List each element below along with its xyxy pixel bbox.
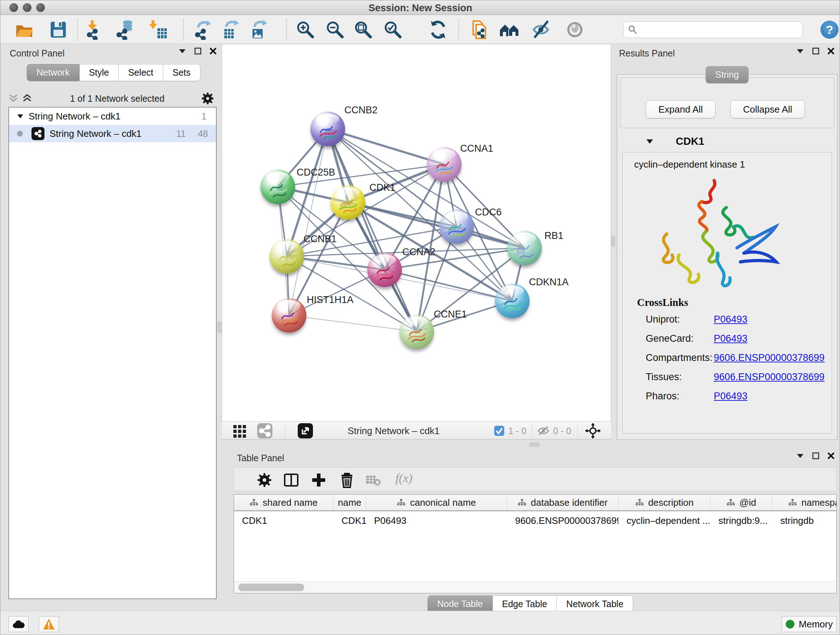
gear-icon[interactable] <box>202 92 214 105</box>
crosslink-link[interactable]: P06493 <box>714 314 747 325</box>
node-label: CCNB1 <box>303 233 337 245</box>
column-header[interactable]: canonical name <box>366 494 507 510</box>
crosslink-link[interactable]: P06493 <box>714 333 747 344</box>
network-node[interactable] <box>310 111 345 146</box>
panel-menu-icon[interactable] <box>796 453 804 459</box>
network-label: String Network – cdk1 <box>50 128 176 139</box>
tab-sets[interactable]: Sets <box>163 64 201 81</box>
warnings-button[interactable] <box>39 616 59 632</box>
network-node[interactable] <box>331 185 365 220</box>
float-panel-icon[interactable] <box>812 48 819 55</box>
close-panel-icon[interactable] <box>827 48 835 55</box>
collapse-all-icon[interactable] <box>8 94 19 103</box>
add-column-icon[interactable] <box>311 472 327 488</box>
column-header[interactable]: database identifier <box>507 494 619 510</box>
cloud-status-button[interactable] <box>8 616 28 632</box>
column-header[interactable]: shared name <box>234 494 333 510</box>
tab-network[interactable]: Network <box>27 64 80 81</box>
expand-all-button[interactable]: Expand All <box>646 100 715 119</box>
clone-network-icon[interactable] <box>469 19 489 40</box>
tab-edge-table[interactable]: Edge Table <box>493 595 557 613</box>
network-node[interactable] <box>495 283 530 318</box>
network-node[interactable] <box>261 169 295 204</box>
tab-string[interactable]: String <box>706 66 748 83</box>
save-session-icon[interactable] <box>48 19 68 40</box>
table-cell[interactable]: stringdb <box>772 515 837 526</box>
expand-all-icon[interactable] <box>22 94 33 103</box>
table-settings-gear-icon[interactable] <box>256 472 272 488</box>
search-input[interactable] <box>641 24 798 35</box>
column-header[interactable]: @id <box>711 494 772 510</box>
hidden-elements-indicator[interactable]: 0 - 0 <box>537 424 571 438</box>
network-node[interactable] <box>270 239 304 274</box>
bottom-splitter-handle[interactable] <box>529 443 540 447</box>
close-panel-icon[interactable] <box>827 452 835 459</box>
network-row[interactable]: String Network – cdk1 11 48 <box>9 125 216 142</box>
global-search-field[interactable] <box>623 21 803 38</box>
column-header[interactable]: description <box>619 494 711 510</box>
float-panel-icon[interactable] <box>194 48 202 55</box>
column-header[interactable]: name <box>333 494 366 510</box>
grid-view-icon[interactable] <box>233 424 247 438</box>
table-cell[interactable]: cyclin–dependent ... <box>619 515 711 526</box>
crosslink-link[interactable]: 9606.ENSP00000378699 <box>714 352 824 363</box>
network-node[interactable] <box>507 231 542 265</box>
network-node[interactable] <box>427 147 462 182</box>
tab-network-table[interactable]: Network Table <box>557 595 633 613</box>
tab-node-table[interactable]: Node Table <box>428 595 493 613</box>
refresh-layout-icon[interactable] <box>428 19 448 40</box>
column-header[interactable]: namespace <box>772 494 837 510</box>
hide-selected-icon[interactable] <box>531 19 552 40</box>
table-cell[interactable]: CDK1 <box>234 515 333 526</box>
selected-nodes-indicator[interactable]: 1 - 0 <box>494 424 526 438</box>
network-collection-row[interactable]: String Network – cdk1 1 <box>9 108 216 125</box>
zoom-in-icon[interactable] <box>295 19 316 40</box>
import-table-file-icon[interactable] <box>148 19 168 40</box>
import-network-database-icon[interactable] <box>115 19 135 40</box>
show-columns-icon[interactable] <box>283 472 299 488</box>
zoom-selected-icon[interactable] <box>383 19 403 40</box>
table-cell[interactable]: P06493 <box>366 515 507 526</box>
collapse-all-button[interactable]: Collapse All <box>730 100 805 119</box>
table-cell[interactable]: CDK1 <box>333 515 366 526</box>
first-neighbors-icon[interactable] <box>499 19 519 40</box>
tab-style[interactable]: Style <box>80 64 119 81</box>
network-node[interactable] <box>272 298 306 333</box>
float-panel-icon[interactable] <box>812 452 819 459</box>
delete-column-icon[interactable] <box>339 472 355 488</box>
scrollbar-thumb[interactable] <box>238 584 304 591</box>
node-table[interactable]: shared namenamecanonical namedatabase id… <box>234 494 837 593</box>
protein-section-header[interactable]: CDK1 <box>620 131 834 151</box>
close-panel-icon[interactable] <box>210 48 217 55</box>
table-cell[interactable]: stringdb:9... <box>711 515 772 526</box>
network-node[interactable] <box>439 209 474 244</box>
network-node[interactable] <box>399 314 434 349</box>
tab-select[interactable]: Select <box>118 64 163 81</box>
export-network-icon[interactable] <box>193 19 213 40</box>
crosslink-link[interactable]: P06493 <box>714 391 747 402</box>
export-image-icon[interactable] <box>249 19 270 40</box>
memory-button[interactable]: Memory <box>782 616 837 632</box>
network-node[interactable] <box>367 252 402 287</box>
birdseye-view-icon[interactable] <box>298 424 313 438</box>
network-canvas[interactable]: CCNB2 CCNA1 CDC25B CDK1 CDC6 RB1 <box>222 44 611 421</box>
table-horizontal-scrollbar[interactable] <box>234 581 836 593</box>
open-session-icon[interactable] <box>14 19 34 40</box>
import-network-file-icon[interactable] <box>85 19 105 40</box>
export-table-icon[interactable] <box>221 19 242 40</box>
right-splitter-handle[interactable] <box>611 236 615 247</box>
pan-crosshair-icon[interactable] <box>585 424 601 438</box>
crosslink-link[interactable]: 9606.ENSP00000378699 <box>714 371 824 383</box>
results-panel: Results Panel String Expand All Collapse… <box>615 46 839 448</box>
collection-disclosure-icon[interactable] <box>17 114 24 119</box>
table-cell[interactable]: 9606.ENSP00000378699 <box>507 515 619 526</box>
zoom-fit-icon[interactable] <box>353 19 373 40</box>
zoom-out-icon[interactable] <box>325 19 345 40</box>
panel-menu-icon[interactable] <box>796 48 804 54</box>
panel-menu-icon[interactable] <box>178 48 186 54</box>
section-disclosure-icon[interactable] <box>646 139 653 144</box>
left-splitter-handle[interactable] <box>218 322 221 333</box>
table-row[interactable]: CDK1CDK1P064939606.ENSP00000378699cyclin… <box>234 511 836 530</box>
node-label: HIST1H1A <box>307 295 354 306</box>
help-icon[interactable]: ? <box>819 19 840 40</box>
